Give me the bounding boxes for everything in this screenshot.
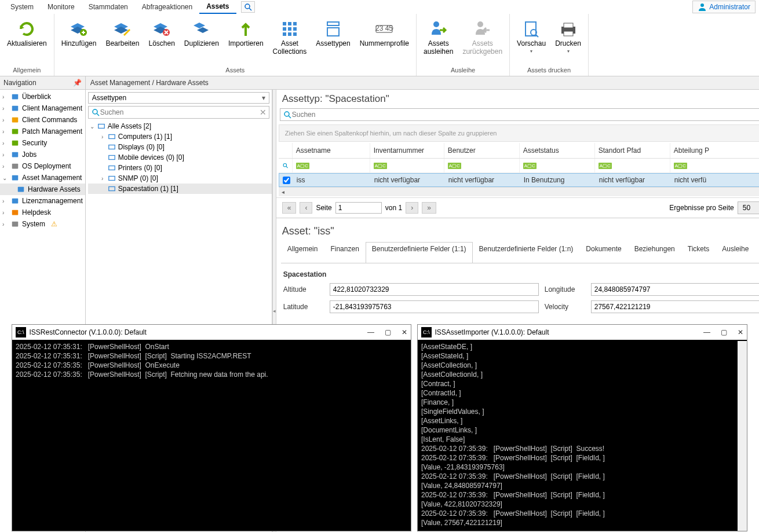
tree-item[interactable]: ⌄Alle Assets [2] — [88, 121, 272, 131]
nav-item-lizenzmanagement[interactable]: ›Lizenzmanagement — [0, 195, 85, 207]
tree-item[interactable]: ›SNMP (0) [0] — [88, 173, 272, 184]
lend-button[interactable]: Assets ausleihen — [419, 17, 458, 58]
delete-button[interactable]: Löschen — [144, 17, 179, 50]
alt-input[interactable] — [330, 283, 539, 296]
table-row[interactable]: iss nicht verfügbar nicht verfügbar In B… — [279, 173, 759, 187]
tree-item[interactable]: Mobile devices (0) [0] — [88, 152, 272, 163]
nav-header: Navigation 📌 — [0, 76, 85, 90]
group-hint: Ziehen Sie einen Spaltenkopf hierhin, um… — [279, 124, 759, 142]
rpp-select[interactable]: 50 — [738, 201, 759, 214]
svg-line-39 — [97, 113, 99, 116]
tab-0[interactable]: Allgemein — [281, 242, 324, 263]
min-button[interactable]: — — [703, 328, 710, 337]
nav-item-client-commands[interactable]: ›Client Commands — [0, 114, 85, 126]
print-button[interactable]: Drucken▾ — [550, 17, 586, 58]
col-inv[interactable]: Inventarnummer — [370, 143, 444, 158]
nav-item-system[interactable]: ›System⚠ — [0, 218, 85, 230]
svg-point-49 — [283, 164, 287, 167]
edit-button[interactable]: Bearbeiten — [101, 17, 144, 50]
filter-badge[interactable]: A▢C — [523, 163, 537, 169]
filter-badge[interactable]: A▢C — [448, 163, 461, 169]
tab-1[interactable]: Finanzen — [324, 242, 365, 263]
preview-button[interactable]: Vorschau▾ — [512, 17, 550, 58]
console-titlebar[interactable]: C:\ ISSRestConnector (V.1.0.0.0): Defaul… — [12, 325, 411, 340]
tree-item[interactable]: Spacestation (1) [1] — [88, 184, 272, 194]
tree-item[interactable]: ›Computers (1) [1] — [88, 131, 272, 142]
svg-rect-41 — [108, 135, 115, 139]
tree-item[interactable]: Printers (0) [0] — [88, 163, 272, 173]
menu-search-button[interactable] — [241, 1, 255, 13]
page-prev[interactable]: ‹ — [300, 202, 312, 214]
add-button[interactable]: Hinzufügen — [57, 17, 101, 50]
nav-item-überblick[interactable]: ›Überblick — [0, 91, 85, 102]
min-button[interactable]: — — [367, 328, 374, 337]
tab-3[interactable]: Benutzerdefinierte Felder (1:n) — [473, 242, 580, 263]
nav-item-jobs[interactable]: ›Jobs — [0, 149, 85, 160]
menu-system[interactable]: System — [3, 1, 41, 13]
menu-abfrage[interactable]: Abfrageaktionen — [135, 1, 199, 13]
nav-item-hardware-assets[interactable]: Hardware Assets — [0, 184, 85, 195]
nav-label: Asset Management — [22, 174, 82, 182]
nav-item-os-deployment[interactable]: ›OS Deployment — [0, 160, 85, 172]
menu-stammdaten[interactable]: Stammdaten — [82, 1, 135, 13]
nav-icon — [10, 162, 20, 171]
col-name[interactable]: Assetname — [293, 143, 370, 158]
user-button[interactable]: Administrator — [692, 1, 756, 13]
tab-5[interactable]: Beziehungen — [628, 242, 681, 263]
list-search[interactable]: ✕ — [280, 108, 759, 121]
search-icon[interactable] — [282, 161, 289, 170]
filter-badge[interactable]: A▢C — [599, 163, 612, 169]
detail-title: Asset: "iss" — [281, 221, 759, 242]
tree-item[interactable]: Displays (0) [0] — [88, 142, 272, 152]
tree-search-input[interactable] — [100, 108, 260, 116]
types-button[interactable]: Assettypen — [311, 17, 355, 50]
nav-item-security[interactable]: ›Security — [0, 137, 85, 149]
col-user[interactable]: Benutzer — [444, 143, 520, 158]
rpp-label: Ergebnisse pro Seite — [669, 204, 734, 212]
v-scrollbar[interactable] — [738, 341, 747, 531]
tab-4[interactable]: Dokumente — [579, 242, 627, 263]
page-input[interactable] — [335, 202, 382, 214]
tab-2[interactable]: Benutzerdefinierte Felder (1:1) — [366, 242, 473, 263]
tab-6[interactable]: Tickets — [681, 242, 716, 263]
page-last[interactable]: » — [422, 202, 436, 214]
nav-item-helpdesk[interactable]: ›Helpdesk — [0, 207, 85, 218]
row-checkbox[interactable] — [283, 177, 290, 184]
assettype-combo[interactable]: Assettypen ▾ — [88, 92, 269, 104]
tree-search[interactable]: ✕ — [88, 106, 269, 119]
menu-assets[interactable]: Assets — [199, 0, 236, 14]
nav-item-client-management[interactable]: ›Client Management — [0, 102, 85, 114]
max-button[interactable]: ▢ — [721, 328, 727, 337]
nav-icon — [10, 138, 20, 148]
filter-badge[interactable]: A▢C — [374, 163, 387, 169]
vel-input[interactable] — [591, 300, 759, 313]
console-titlebar[interactable]: C:\ ISSAssetImporter (V.1.0.0.0): Defaul… — [418, 325, 747, 340]
page-first[interactable]: « — [282, 202, 297, 214]
col-status[interactable]: Assetstatus — [520, 143, 595, 158]
tab-8[interactable]: Änderun — [755, 242, 759, 263]
numprofile-button[interactable]: 123 456Nummernprofile — [355, 17, 414, 50]
filter-badge[interactable]: A▢C — [296, 163, 309, 169]
list-search-input[interactable] — [292, 111, 759, 119]
close-button[interactable]: ✕ — [402, 328, 407, 337]
menu-monitore[interactable]: Monitore — [41, 1, 82, 13]
import-button[interactable]: Importieren — [224, 17, 268, 50]
nav-item-patch-management[interactable]: ›Patch Management — [0, 126, 85, 137]
page-next[interactable]: › — [406, 202, 418, 214]
col-loc[interactable]: Standort Pfad — [595, 143, 670, 158]
print-label: Drucken — [555, 39, 581, 47]
pin-icon[interactable]: 📌 — [73, 79, 82, 87]
h-scrollbar[interactable]: ◂▸ — [279, 187, 759, 196]
close-button[interactable]: ✕ — [738, 328, 743, 337]
clear-icon[interactable]: ✕ — [260, 108, 267, 117]
nav-item-asset-management[interactable]: ⌄Asset Management — [0, 172, 85, 184]
col-dept[interactable]: Abteilung P — [670, 143, 759, 158]
lat-input[interactable] — [330, 300, 539, 313]
filter-badge[interactable]: A▢C — [674, 163, 687, 169]
max-button[interactable]: ▢ — [385, 328, 391, 337]
duplicate-button[interactable]: Duplizieren — [180, 17, 224, 50]
collections-button[interactable]: Asset Collections — [268, 17, 312, 58]
tab-7[interactable]: Ausleihe — [716, 242, 755, 263]
lon-input[interactable] — [591, 283, 759, 296]
refresh-button[interactable]: Aktualisieren — [2, 17, 52, 50]
